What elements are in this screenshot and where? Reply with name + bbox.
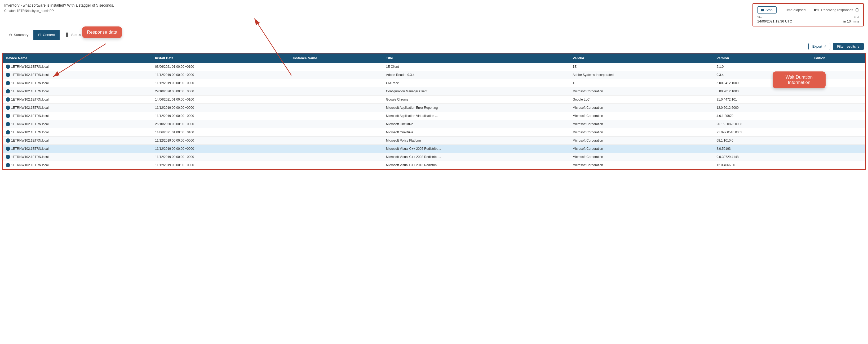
info-icon[interactable]: i: [6, 130, 10, 134]
cell-install-date: 11/12/2019 00:00:00 +0000: [152, 112, 289, 120]
tab-content[interactable]: ⊡ Content: [33, 30, 60, 40]
cell-instance-name: [289, 104, 383, 112]
cell-edition: [810, 112, 865, 120]
cell-instance-name: [289, 128, 383, 137]
start-value: 14/06/2021 19:36 UTC: [757, 19, 792, 23]
cell-title: Microsoft Visual C++ 2008 Redistribu...: [383, 153, 569, 161]
col-version: Version: [713, 54, 810, 63]
cell-title: Adobe Reader 9.3.4: [383, 71, 569, 79]
table-row: i1ETRNW102.1ETRN.local11/12/2019 00:00:0…: [3, 112, 865, 120]
cell-instance-name: [289, 96, 383, 104]
info-icon[interactable]: i: [6, 163, 10, 167]
info-icon[interactable]: i: [6, 155, 10, 159]
info-icon[interactable]: i: [6, 138, 10, 143]
cell-instance-name: [289, 120, 383, 128]
stop-icon: [761, 9, 764, 11]
cell-device: i1ETRNW102.1ETRN.local: [3, 120, 152, 128]
cell-install-date: 11/12/2019 00:00:00 +0000: [152, 145, 289, 153]
cell-title: Microsoft Policy Platform: [383, 137, 569, 145]
tab-more-button[interactable]: »: [86, 30, 95, 40]
cell-version: 5.1.0: [713, 63, 810, 71]
cell-edition: [810, 145, 865, 153]
col-vendor: Vendor: [569, 54, 713, 63]
cell-edition: [810, 63, 865, 71]
progress-row: 0% Receiving responses: [814, 8, 859, 12]
query-info: Inventory - what software is installed? …: [4, 3, 752, 13]
table-header-row: Device Name Install Date Instance Name T…: [3, 54, 865, 63]
table-body: i1ETRNW102.1ETRN.local03/06/2021 01:00:0…: [3, 63, 865, 169]
cell-edition: [810, 161, 865, 169]
cell-device: i1ETRNW102.1ETRN.local: [3, 71, 152, 79]
info-icon[interactable]: i: [6, 114, 10, 118]
col-instance-name: Instance Name: [289, 54, 383, 63]
info-icon[interactable]: i: [6, 122, 10, 126]
cell-edition: [810, 153, 865, 161]
cell-vendor: Microsoft Corporation: [569, 87, 713, 96]
progress-pct: 0%: [814, 8, 819, 12]
results-table: Device Name Install Date Instance Name T…: [3, 54, 865, 169]
cell-install-date: 26/10/2020 00:00:00 +0000: [152, 120, 289, 128]
cell-vendor: Google LLC: [569, 96, 713, 104]
top-section: Inventory - what software is installed? …: [0, 0, 868, 30]
cell-device: i1ETRNW102.1ETRN.local: [3, 112, 152, 120]
cell-title: Microsoft Application Error Reporting: [383, 104, 569, 112]
cell-edition: [810, 128, 865, 137]
cell-instance-name: [289, 153, 383, 161]
tab-status[interactable]: ▐▌ Status: [60, 30, 86, 40]
cell-install-date: 14/06/2021 01:00:00 +0100: [152, 128, 289, 137]
table-row: i1ETRNW102.1ETRN.local11/12/2019 00:00:0…: [3, 145, 865, 153]
info-icon[interactable]: i: [6, 97, 10, 102]
cell-install-date: 11/12/2019 00:00:00 +0000: [152, 104, 289, 112]
cell-device: i1ETRNW102.1ETRN.local: [3, 128, 152, 137]
info-icon[interactable]: i: [6, 89, 10, 94]
cell-device: i1ETRNW102.1ETRN.local: [3, 145, 152, 153]
cell-vendor: Microsoft Corporation: [569, 120, 713, 128]
table-row: i1ETRNW102.1ETRN.local11/12/2019 00:00:0…: [3, 137, 865, 145]
info-icon[interactable]: i: [6, 106, 10, 110]
export-button[interactable]: Export ↗: [808, 43, 831, 50]
cell-edition: [810, 137, 865, 145]
end-value: in 10 mins: [843, 19, 859, 23]
cell-title: Microsoft OneDrive: [383, 128, 569, 137]
filter-results-button[interactable]: Filter results ∨: [833, 43, 864, 50]
cell-instance-name: [289, 112, 383, 120]
cell-vendor: Microsoft Corporation: [569, 137, 713, 145]
info-icon[interactable]: i: [6, 73, 10, 77]
col-title: Title: [383, 54, 569, 63]
tab-summary-label: Summary: [14, 33, 29, 37]
filter-icon: ∨: [857, 44, 860, 48]
export-label: Export: [812, 44, 823, 48]
cell-version: 68.1.1010.0: [713, 137, 810, 145]
table-row: i1ETRNW102.1ETRN.local11/12/2019 00:00:0…: [3, 161, 865, 169]
cell-vendor: Microsoft Corporation: [569, 161, 713, 169]
cell-vendor: Microsoft Corporation: [569, 104, 713, 112]
start-label: Start: [757, 15, 792, 19]
table-row: i1ETRNW102.1ETRN.local03/06/2021 01:00:0…: [3, 63, 865, 71]
cell-title: Google Chrome: [383, 96, 569, 104]
cell-version: 4.6.1.20870: [713, 112, 810, 120]
summary-icon: ⊙: [9, 33, 12, 37]
cell-instance-name: [289, 137, 383, 145]
end-date-group: End in 10 mins: [843, 15, 859, 23]
creator-value: 1ETRN\tachyon_adminPP: [17, 9, 54, 13]
info-icon[interactable]: i: [6, 65, 10, 69]
results-table-container: Device Name Install Date Instance Name T…: [2, 53, 866, 170]
cell-install-date: 11/12/2019 00:00:00 +0000: [152, 79, 289, 87]
stop-button[interactable]: Stop: [757, 6, 777, 13]
cell-title: Microsoft Visual C++ 2013 Redistribu...: [383, 161, 569, 169]
cell-instance-name: [289, 63, 383, 71]
table-row: i1ETRNW102.1ETRN.local29/10/2020 00:00:0…: [3, 87, 865, 96]
cell-instance-name: [289, 87, 383, 96]
tabs-bar: ⊙ Summary ⊡ Content ▐▌ Status »: [0, 30, 868, 40]
info-icon[interactable]: i: [6, 147, 10, 151]
cell-title: CMTrace: [383, 79, 569, 87]
tab-content-label: Content: [43, 33, 55, 37]
info-icon[interactable]: i: [6, 81, 10, 85]
cell-edition: [810, 79, 865, 87]
content-icon: ⊡: [38, 33, 41, 37]
tab-summary[interactable]: ⊙ Summary: [4, 30, 33, 40]
cell-version: 8.0.59193: [713, 145, 810, 153]
table-row: i1ETRNW102.1ETRN.local14/06/2021 01:00:0…: [3, 128, 865, 137]
cell-vendor: Adobe Systems Incorporated: [569, 71, 713, 79]
export-icon: ↗: [824, 44, 827, 48]
